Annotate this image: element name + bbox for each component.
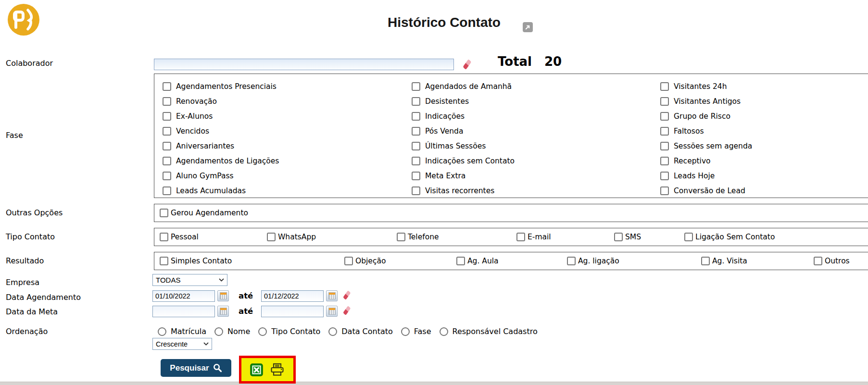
ordenacao-option: Data Contato <box>341 327 393 336</box>
fase-checkbox[interactable] <box>412 186 420 195</box>
outras-opcoes-box: Gerou Agendamento <box>154 204 868 222</box>
resultado-checkbox[interactable] <box>567 257 576 265</box>
data-meta-from-input[interactable] <box>152 306 215 317</box>
ordenacao-direction-select[interactable]: Crescente <box>152 338 212 350</box>
colaborador-input[interactable] <box>154 59 454 70</box>
calendar-icon[interactable] <box>217 306 229 317</box>
ordenacao-option: Responsável Cadastro <box>453 327 538 336</box>
ordenacao-radio[interactable] <box>258 327 267 336</box>
excel-export-button[interactable] <box>250 363 263 376</box>
tipo-contato-checkbox[interactable] <box>160 233 168 241</box>
fase-checkbox-label: Grupo de Risco <box>674 112 730 121</box>
gerou-agendamento-checkbox[interactable] <box>160 209 168 217</box>
fase-checkbox-label: Visitas recorrentes <box>425 186 494 195</box>
fase-checkbox[interactable] <box>163 112 171 121</box>
colaborador-label: Colaborador <box>6 59 53 68</box>
data-agendamento-to-input[interactable] <box>261 290 324 302</box>
resultado-option: Ag. Visita <box>712 257 747 265</box>
resultado-option: Ag. ligação <box>578 257 619 265</box>
eraser-icon[interactable] <box>462 58 472 72</box>
resultado-option: Objeção <box>355 257 386 265</box>
ordenacao-radio[interactable] <box>214 327 223 336</box>
chevron-down-icon <box>203 342 209 346</box>
eraser-icon[interactable] <box>342 289 351 302</box>
fase-checkbox[interactable] <box>163 157 171 165</box>
tipo-contato-checkbox[interactable] <box>516 233 525 241</box>
ordenacao-option: Tipo Contato <box>271 327 320 336</box>
tipo-contato-checkbox[interactable] <box>267 233 276 241</box>
data-meta-to-input[interactable] <box>261 306 324 317</box>
fase-checkbox[interactable] <box>412 127 420 136</box>
fase-checkbox[interactable] <box>163 172 171 180</box>
fase-checkbox[interactable] <box>412 172 420 180</box>
ordenacao-option: Nome <box>227 327 250 336</box>
resultado-checkbox[interactable] <box>701 257 710 265</box>
fase-checkbox-label: Sessões sem agenda <box>674 142 752 150</box>
fase-checkbox[interactable] <box>660 157 669 165</box>
tipo-contato-option: Pessoal <box>171 233 199 241</box>
resultado-checkbox[interactable] <box>456 257 465 265</box>
data-meta-label: Data da Meta <box>6 307 58 316</box>
fase-checkbox[interactable] <box>163 82 171 91</box>
total-counter: Total20 <box>498 54 562 69</box>
fase-checkbox-label: Leads Acumuladas <box>176 186 246 195</box>
tipo-contato-box: Pessoal WhatsApp Telefone E-mail SMS Lig… <box>154 228 868 246</box>
fase-checkbox-label: Desistentes <box>425 97 469 106</box>
fase-label: Fase <box>6 131 23 140</box>
fase-checkbox[interactable] <box>163 97 171 106</box>
calendar-icon[interactable] <box>326 306 338 317</box>
fase-checkbox[interactable] <box>660 142 669 150</box>
fase-checkbox[interactable] <box>660 172 669 180</box>
gerou-agendamento-label: Gerou Agendamento <box>171 209 248 217</box>
fase-checkbox[interactable] <box>412 82 420 91</box>
fase-checkbox-label: Vencidos <box>176 127 209 136</box>
fase-checkbox-label: Meta Extra <box>425 172 465 180</box>
tipo-contato-option: Ligação Sem Contato <box>695 233 775 241</box>
tipo-contato-option: WhatsApp <box>278 233 316 241</box>
external-link-icon[interactable] <box>523 22 533 32</box>
tipo-contato-checkbox[interactable] <box>397 233 405 241</box>
fase-checkbox-label: Agendamentos Presenciais <box>176 82 277 91</box>
resultado-option: Outros <box>825 257 850 265</box>
fase-checkbox[interactable] <box>163 142 171 150</box>
fase-checkbox-label: Receptivo <box>674 157 711 165</box>
fase-checkbox-label: Agendamentos de Ligações <box>176 157 279 165</box>
fase-checkbox[interactable] <box>412 112 420 121</box>
fase-checkbox[interactable] <box>412 142 420 150</box>
fase-checkbox-label: Aniversariantes <box>176 142 234 150</box>
fase-checkbox[interactable] <box>660 82 669 91</box>
ordenacao-radio[interactable] <box>328 327 337 336</box>
calendar-icon[interactable] <box>326 290 338 301</box>
calendar-icon[interactable] <box>217 290 229 301</box>
print-button[interactable] <box>270 363 285 376</box>
ordenacao-radio[interactable] <box>401 327 410 336</box>
pesquisar-button[interactable]: Pesquisar <box>161 359 231 377</box>
fase-checkbox[interactable] <box>660 112 669 121</box>
search-icon <box>213 363 222 373</box>
fase-checkbox[interactable] <box>660 127 669 136</box>
resultado-checkbox[interactable] <box>160 257 168 265</box>
fase-checkbox[interactable] <box>660 186 669 195</box>
fase-checkbox[interactable] <box>163 127 171 136</box>
ordenacao-radio[interactable] <box>440 327 448 336</box>
fase-checkbox[interactable] <box>412 157 420 165</box>
fase-checkbox[interactable] <box>412 97 420 106</box>
outras-opcoes-label: Outras Opções <box>6 208 63 217</box>
bottom-bar <box>0 382 868 385</box>
fase-checkbox-label: Indicações sem Contato <box>425 157 515 165</box>
ordenacao-radio[interactable] <box>158 327 166 336</box>
empresa-select[interactable]: TODAS <box>152 274 227 286</box>
eraser-icon[interactable] <box>342 305 351 318</box>
tipo-contato-option: SMS <box>625 233 641 241</box>
tipo-contato-checkbox[interactable] <box>614 233 623 241</box>
resultado-checkbox[interactable] <box>344 257 353 265</box>
resultado-checkbox[interactable] <box>814 257 822 265</box>
tipo-contato-checkbox[interactable] <box>684 233 693 241</box>
fase-checkbox[interactable] <box>660 97 669 106</box>
fase-checkbox-label: Faltosos <box>674 127 704 136</box>
total-label: Total <box>498 54 532 69</box>
fase-checkbox[interactable] <box>163 186 171 195</box>
ordenacao-direction-value: Crescente <box>156 340 188 348</box>
data-agendamento-from-input[interactable] <box>152 290 215 302</box>
empresa-select-value: TODAS <box>156 276 180 284</box>
